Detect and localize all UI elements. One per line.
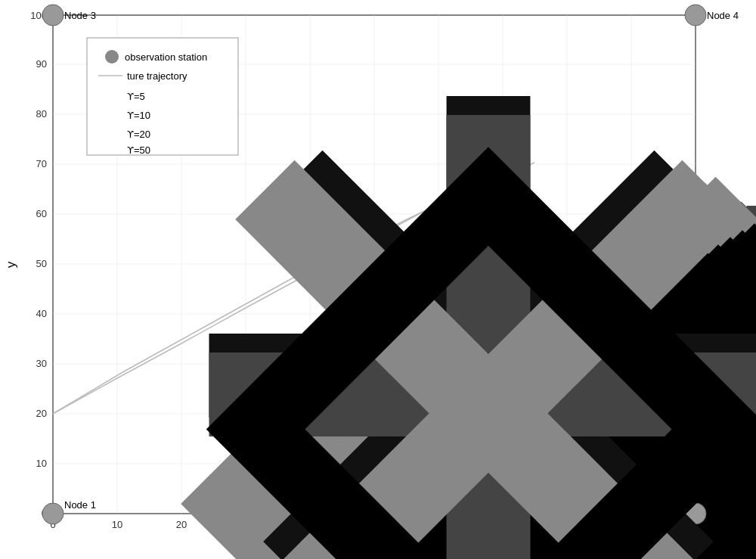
legend-up20-label: ϒ=20 [127, 129, 150, 140]
svg-text:70: 70 [36, 158, 47, 169]
legend-up5-label: ϒ=5 [127, 91, 145, 102]
node4-circle [685, 5, 706, 26]
legend-traj-label: ture trajectory [127, 70, 187, 82]
svg-text:90: 90 [36, 58, 47, 70]
svg-text:30: 30 [36, 358, 47, 369]
node4-label: Node 4 [707, 10, 739, 21]
svg-text:20: 20 [176, 519, 187, 530]
svg-text:80: 80 [36, 108, 47, 120]
svg-text:10: 10 [36, 458, 47, 469]
chart-container: 0 10 20 30 40 50 60 70 80 90 100 0 10 20… [0, 0, 756, 559]
node1-label: Node 1 [64, 499, 96, 511]
node3-circle [42, 5, 64, 26]
svg-text:40: 40 [36, 308, 47, 319]
legend-up10-label: ϒ=10 [127, 110, 150, 121]
node1-circle [42, 503, 64, 524]
legend-obs-icon [105, 50, 119, 64]
node2-label: Node 2 [707, 499, 739, 511]
svg-text:20: 20 [36, 408, 47, 419]
svg-text:60: 60 [36, 208, 47, 219]
legend-obs-label: observation station [125, 51, 207, 63]
y-axis-label: y [4, 261, 18, 268]
svg-text:10: 10 [112, 519, 122, 530]
legend-up50-label: ϒ=50 [127, 144, 150, 156]
node3-label: Node 3 [64, 10, 96, 21]
svg-text:50: 50 [36, 258, 47, 269]
